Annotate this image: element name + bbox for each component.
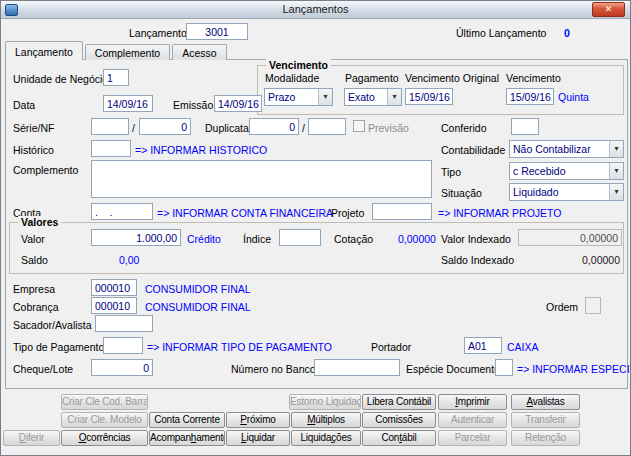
- projeto-hint: => INFORMAR PROJETO: [438, 207, 562, 219]
- conferido-label: Conferido: [441, 122, 487, 134]
- conta-input[interactable]: . .: [91, 203, 153, 220]
- emissao-input[interactable]: 14/09/16: [214, 95, 262, 112]
- valor-label: Valor: [21, 233, 45, 245]
- tab-complemento[interactable]: Complemento: [85, 44, 170, 60]
- liquidacoes-button[interactable]: Liquidações: [291, 430, 361, 446]
- serie-nf-input-1[interactable]: [91, 118, 129, 135]
- projeto-label: Projeto: [331, 207, 364, 219]
- vencimento-input[interactable]: 15/09/16: [506, 88, 554, 105]
- portador-label: Portador: [371, 341, 411, 353]
- tab-acesso[interactable]: Acesso: [172, 44, 226, 60]
- duplicata-input-1[interactable]: 0: [249, 118, 299, 135]
- historico-input[interactable]: [91, 140, 131, 157]
- indice-label: Índice: [243, 233, 271, 245]
- proximo-button[interactable]: Próximo: [226, 412, 290, 428]
- situacao-label: Situação: [441, 187, 482, 199]
- transferir-button: Transferir: [511, 412, 580, 428]
- serie-nf-separator: /: [132, 122, 135, 134]
- duplicata-separator: /: [302, 122, 305, 134]
- serie-nf-input-2[interactable]: 0: [139, 118, 191, 135]
- conta-corrente-button[interactable]: Conta Corrente: [149, 412, 225, 428]
- empresa-input[interactable]: 000010: [91, 279, 137, 296]
- close-icon: ✕: [605, 4, 613, 14]
- situacao-value: Liquidado: [513, 186, 559, 198]
- tipo-combo[interactable]: c Recebido ▾: [509, 162, 624, 180]
- vencimento-label: Vencimento: [506, 72, 561, 84]
- numero-banco-label: Número no Banco: [231, 363, 316, 375]
- tab-lancamento[interactable]: Lançamento: [5, 41, 83, 60]
- cobranca-input[interactable]: 000010: [91, 297, 137, 314]
- projeto-input[interactable]: [372, 203, 432, 220]
- portador-input[interactable]: A01: [464, 337, 502, 354]
- cobranca-label: Cobrança: [13, 301, 59, 313]
- tipo-pagamento-input[interactable]: [103, 337, 143, 354]
- serie-nf-label: Série/NF: [13, 122, 54, 134]
- saldo-value: 0,00: [119, 254, 139, 266]
- ultimo-lancamento-value: 0: [564, 27, 570, 39]
- vencimento-original-input[interactable]: 15/09/16: [405, 88, 453, 105]
- tipo-value: c Recebido: [513, 165, 566, 177]
- previsao-label: Previsão: [368, 122, 409, 134]
- ordem-input: [585, 297, 601, 314]
- multiplos-button[interactable]: Múltiplos: [291, 412, 361, 428]
- tipo-pagamento-hint: => INFORMAR TIPO DE PAGAMENTO: [147, 341, 332, 353]
- avalistas-button[interactable]: Avalistas: [511, 394, 580, 410]
- chevron-down-icon: ▾: [609, 141, 623, 157]
- vencimento-weekday: Quinta: [558, 91, 589, 103]
- complemento-textarea[interactable]: [91, 160, 432, 198]
- contabil-button[interactable]: Contábil: [362, 430, 436, 446]
- ultimo-lancamento-label: Último Lançamento: [456, 27, 546, 39]
- cheque-lote-input[interactable]: 0: [91, 359, 153, 376]
- empresa-description: CONSUMIDOR FINAL: [145, 283, 251, 295]
- modalidade-value: Prazo: [268, 91, 295, 103]
- contabilidade-label: Contabilidade: [441, 144, 505, 156]
- pagamento-label: Pagamento: [345, 72, 399, 84]
- sacador-avalista-label: Sacador/Avalista: [13, 319, 92, 331]
- indice-input[interactable]: [279, 229, 321, 246]
- lancamentos-window: Lançamentos ✕ Lançamento 3001 Último Lan…: [0, 0, 631, 456]
- pagamento-combo[interactable]: Exato ▾: [344, 88, 402, 106]
- numero-banco-input[interactable]: [314, 359, 400, 376]
- criar-cle-cod-barras-button: Criar Cle Cod. Barras: [61, 394, 148, 410]
- lancamento-number-label: Lançamento: [129, 27, 187, 39]
- valor-nature: Crédito: [187, 233, 221, 245]
- sacador-avalista-input[interactable]: [95, 315, 153, 332]
- acompanhamento-button[interactable]: Acompanhamento: [149, 430, 225, 446]
- contabilidade-combo[interactable]: Não Contabilizar ▾: [509, 140, 624, 158]
- close-button[interactable]: ✕: [592, 2, 625, 17]
- ocorrencias-button[interactable]: Ocorrências: [61, 430, 148, 446]
- duplicata-input-2[interactable]: [308, 118, 346, 135]
- valor-indexado-input: 0,00000: [518, 229, 622, 246]
- parcelar-button: Parcelar: [438, 430, 507, 446]
- especie-documento-input[interactable]: [495, 359, 513, 376]
- comissoes-button[interactable]: Comissões: [362, 412, 436, 428]
- portador-description: CAIXA: [507, 341, 539, 353]
- lancamento-number-input[interactable]: 3001: [186, 23, 248, 40]
- unidade-negocio-input[interactable]: 1: [103, 69, 129, 86]
- complemento-label: Complemento: [13, 164, 78, 176]
- valor-input[interactable]: 1.000,00: [91, 229, 181, 246]
- vencimento-group-title: Vencimento: [266, 59, 331, 71]
- imprimir-button[interactable]: Imprimir: [438, 394, 507, 410]
- cobranca-description: CONSUMIDOR FINAL: [145, 301, 251, 313]
- autenticar-button: Autenticar: [438, 412, 507, 428]
- previsao-checkbox: [353, 120, 365, 132]
- chevron-down-icon: ▾: [318, 89, 332, 105]
- ordem-label: Ordem: [546, 301, 578, 313]
- conferido-input[interactable]: [511, 118, 539, 135]
- libera-contabil-button[interactable]: Libera Contábil: [362, 394, 436, 410]
- title-bar[interactable]: Lançamentos ✕: [1, 1, 630, 19]
- chevron-down-icon: ▾: [387, 89, 401, 105]
- liquidar-button[interactable]: Liquidar: [226, 430, 290, 446]
- modalidade-combo[interactable]: Prazo ▾: [264, 88, 333, 106]
- criar-cle-modelo-button: Criar Cle. Modelo: [61, 412, 148, 428]
- emissao-label: Emissão: [173, 99, 213, 111]
- tipo-label: Tipo: [441, 166, 461, 178]
- valor-indexado-label: Valor Indexado: [441, 233, 511, 245]
- chevron-down-icon: ▾: [609, 184, 623, 200]
- tab-bar: Lançamento Complemento Acesso: [5, 41, 229, 60]
- data-input[interactable]: 14/09/16: [103, 95, 153, 112]
- window-title: Lançamentos: [1, 3, 630, 15]
- saldo-indexado-label: Saldo Indexado: [441, 254, 514, 266]
- situacao-combo[interactable]: Liquidado ▾: [509, 183, 624, 201]
